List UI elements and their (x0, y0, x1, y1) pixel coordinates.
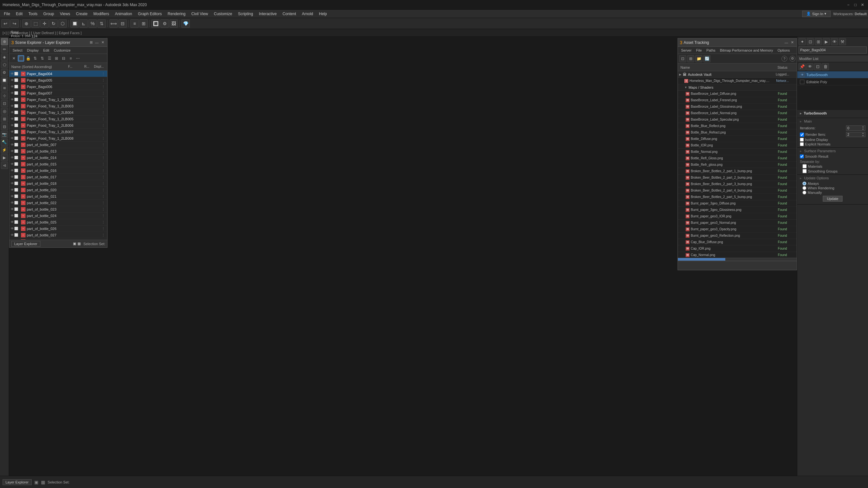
at-asset-13[interactable]: 🖼 Broken_Beer_Bottles_2_part_2_bump.png … (678, 174, 797, 181)
smoothing-groups-radio[interactable]: Smoothing Groups (803, 169, 865, 173)
at-asset-21[interactable]: 🖼 Burnt_paper_geo3_Opacity.png Found (678, 226, 797, 233)
se-menu-select[interactable]: Select (11, 48, 25, 53)
asset-tracking-titlebar[interactable]: 3 Asset Tracking — ✕ (678, 38, 797, 47)
at-asset-20[interactable]: 🖼 Burnt_paper_geo3_Normal.png Found (678, 220, 797, 226)
minimize-button[interactable]: − (845, 2, 851, 8)
iterations-arrows[interactable]: ▲ ▼ (862, 126, 864, 131)
angle-snap-button[interactable]: ⊾ (80, 19, 88, 28)
at-asset-17[interactable]: 🖼 Burnt_paper_3geo_Diffuse.png Found (678, 200, 797, 207)
modifier-eye-turbosmoooth[interactable]: 👁 (800, 72, 804, 77)
update-button[interactable]: Update (823, 196, 842, 202)
modifier-turbosmoooth[interactable]: 👁 TurboSmooth (797, 71, 868, 78)
always-radio[interactable]: Always (803, 182, 865, 186)
scene-item-6[interactable]: 👁 ⬜ ▪ Paper_Food_Tray_1_2LB004 ⋮ (9, 109, 107, 116)
at-asset-12[interactable]: 🖼 Broken_Beer_Bottles_2_part_1_bump.png … (678, 168, 797, 174)
modifier-eye-editable-poly[interactable] (800, 80, 804, 84)
menu-graph-editors[interactable]: Graph Editors (135, 10, 164, 18)
at-btn-3[interactable]: 📁 (695, 55, 703, 62)
pin-stack-btn[interactable]: 📌 (799, 63, 806, 70)
scene-item-25[interactable]: 👁 ⬜ ▪ part_of_bottle_027 ⋮ (9, 232, 107, 238)
render-button[interactable]: 🔳 (151, 19, 160, 28)
menu-rendering[interactable]: Rendering (165, 10, 188, 18)
status-icon-2[interactable]: ▦ (41, 480, 45, 485)
scene-explorer-list[interactable]: 👁 ⬜ ▪ Paper_Bags004 ⋮ 👁 ⬜ ▪ Paper_Bags00… (9, 71, 107, 240)
at-asset-24[interactable]: 🖼 Cap_IOR.png Found (678, 246, 797, 252)
at-btn-4[interactable]: 🔄 (703, 55, 711, 62)
se-menu-display[interactable]: Display (25, 48, 41, 53)
asset-tracking-list[interactable]: ▶ 🏛 Autodesk Vault Logged... 3 Homeless_… (678, 71, 797, 258)
scene-item-1[interactable]: 👁 ⬜ ▪ Paper_Bags005 ⋮ (9, 77, 107, 84)
object-name-input[interactable]: Paper_Bags004 (799, 46, 867, 54)
percent-snap-button[interactable]: % (88, 19, 97, 28)
scene-item-21[interactable]: 👁 ⬜ ▪ part_of_bottle_023 ⋮ (9, 206, 107, 213)
at-asset-10[interactable]: 🖼 Bottle_Refl_Gloss.png Found (678, 155, 797, 162)
remove-modifier-btn[interactable]: 🗑 (822, 63, 829, 70)
se-lock-btn[interactable]: 🔒 (25, 55, 31, 62)
always-radio-input[interactable] (803, 182, 806, 186)
mirror-button[interactable]: ⟺ (110, 19, 118, 28)
tool-5[interactable]: ⚙ (1, 69, 8, 76)
at-settings-btn[interactable]: ⚙ (789, 56, 795, 62)
render-iters-up[interactable]: ▲ (862, 132, 864, 134)
show-result-btn[interactable]: 👁 (806, 63, 813, 70)
scene-item-13[interactable]: 👁 ⬜ ▪ part_of_bottle_014 ⋮ (9, 155, 107, 161)
at-menu-paths[interactable]: Paths (704, 48, 717, 53)
scene-item-11[interactable]: 👁 ⬜ ▪ part_of_bottle_007 ⋮ (9, 141, 107, 148)
menu-animation[interactable]: Animation (112, 10, 134, 18)
scene-item-20[interactable]: 👁 ⬜ ▪ part_of_bottle_022 ⋮ (9, 200, 107, 206)
se-sort2-btn[interactable]: ⇅ (39, 55, 45, 62)
render-iters-checkbox[interactable] (800, 133, 804, 137)
scene-item-23[interactable]: 👁 ⬜ ▪ part_of_bottle_025 ⋮ (9, 219, 107, 225)
se-sort-btn[interactable]: ⇅ (32, 55, 38, 62)
scene-item-15[interactable]: 👁 ⬜ ▪ part_of_bottle_016 ⋮ (9, 167, 107, 174)
sign-in-button[interactable]: 👤 Sign In ▾ (802, 11, 831, 17)
display-tab[interactable]: 👁 (831, 38, 838, 45)
menu-tools[interactable]: Tools (26, 10, 40, 18)
hierarchy-tab[interactable]: ⊞ (815, 38, 822, 45)
materials-radio[interactable]: Materials (803, 164, 865, 168)
select-region-button[interactable]: ⬚ (31, 19, 40, 28)
render-setup-button[interactable]: ⚙ (160, 19, 169, 28)
snap-button[interactable]: 🔲 (70, 19, 79, 28)
iterations-up[interactable]: ▲ (862, 126, 864, 128)
close-button[interactable]: ✕ (860, 2, 865, 8)
at-asset-18[interactable]: 🖼 Burnt_paper_3geo_Glossiness.png Found (678, 207, 797, 213)
tool-9[interactable]: ⊡ (1, 100, 8, 107)
scene-explorer-titlebar[interactable]: 3 Scene Explorer - Layer Explorer ⊞ — ✕ (9, 38, 107, 47)
motion-tab[interactable]: ▶ (823, 38, 830, 45)
at-asset-19[interactable]: 🖼 Burnt_paper_geo3_IOR.png Found (678, 213, 797, 220)
scene-icon-2[interactable]: ▦ (78, 241, 81, 246)
at-asset-22[interactable]: 🖼 Burnt_paper_geo3_Reflection.png Found (678, 233, 797, 239)
at-asset-11[interactable]: 🖼 Bottle_Refr_gloss.png Found (678, 162, 797, 168)
scale-button[interactable]: ⬡ (58, 19, 67, 28)
at-close-btn[interactable]: ✕ (789, 40, 795, 45)
menu-customize[interactable]: Customize (211, 10, 235, 18)
at-menu-file[interactable]: File (694, 48, 704, 53)
at-asset-9[interactable]: 🖼 Bottle_Normal.png Found (678, 149, 797, 155)
at-minimize-btn[interactable]: — (784, 40, 789, 45)
align-button[interactable]: ⊟ (119, 19, 127, 28)
iterations-down[interactable]: ▼ (862, 128, 864, 131)
menu-civil-view[interactable]: Civil View (189, 10, 211, 18)
explicit-normals-checkbox[interactable] (800, 142, 804, 146)
se-menu-edit[interactable]: Edit (41, 48, 51, 53)
scene-item-18[interactable]: 👁 ⬜ ▪ part_of_bottle_020 ⋮ (9, 187, 107, 193)
render-iters-down[interactable]: ▼ (862, 134, 864, 137)
modifier-editable-poly[interactable]: Editable Poly (797, 78, 868, 86)
render-iters-arrows[interactable]: ▲ ▼ (862, 132, 864, 137)
scene-item-5[interactable]: 👁 ⬜ ▪ Paper_Food_Tray_1_2LB003 ⋮ (9, 103, 107, 109)
at-asset-4[interactable]: 🖼 BaseBronze_Label_Specular.png Found (678, 117, 797, 123)
tool-select[interactable]: ⊕ (1, 38, 8, 45)
tool-paint[interactable]: ✏ (1, 46, 8, 53)
utilities-tab[interactable]: ⚒ (839, 38, 846, 45)
menu-edit[interactable]: Edit (13, 10, 25, 18)
scene-item-10[interactable]: 👁 ⬜ ▪ Paper_Food_Tray_1_2LB008 ⋮ (9, 135, 107, 141)
render-frame-button[interactable]: 🖼 (169, 19, 178, 28)
menu-arnold[interactable]: Arnold (299, 10, 316, 18)
se-expand-btn[interactable]: ⊞ (53, 55, 60, 62)
tool-12[interactable]: ⊟ (1, 123, 8, 130)
select-button[interactable]: ⊕ (22, 19, 31, 28)
layer-explorer-tab[interactable]: Layer Explorer (11, 241, 40, 247)
create-tab[interactable]: ✦ (799, 38, 806, 45)
when-rendering-radio[interactable]: When Rendering (803, 186, 865, 190)
